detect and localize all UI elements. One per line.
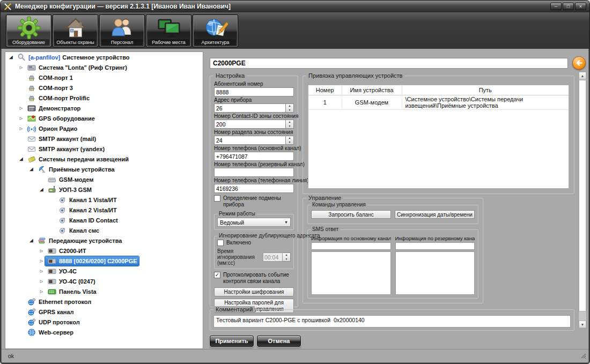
tree-item[interactable]: ◢Приёмные устройства bbox=[5, 164, 203, 174]
tree-item-content[interactable]: УОП-3 GSM bbox=[45, 185, 93, 195]
tree-item[interactable]: GPRS канал bbox=[5, 307, 203, 317]
toolbar-button[interactable]: Архитектура bbox=[193, 14, 238, 47]
field-input[interactable] bbox=[214, 136, 286, 145]
expander-expanded-icon[interactable]: ◢ bbox=[18, 157, 25, 161]
tree-item[interactable]: Канал ID Contact bbox=[5, 215, 203, 225]
scrollbar-thumb[interactable] bbox=[579, 80, 586, 311]
sms-channel-textarea[interactable] bbox=[311, 251, 391, 295]
tree-item[interactable]: SMTP аккаунт (yandex) bbox=[5, 144, 203, 154]
tree-item-content[interactable]: Ethernet протокол bbox=[25, 297, 93, 307]
tree-item[interactable]: Канал 2 Vista/ИТ bbox=[5, 205, 203, 215]
tree-item-content[interactable]: Демонстратор bbox=[25, 103, 82, 113]
tree-item[interactable]: Web-сервер bbox=[5, 327, 203, 337]
tree-item-content[interactable]: Системы передачи извещений bbox=[25, 154, 130, 164]
sms-channel-input[interactable] bbox=[395, 242, 475, 250]
tree-item[interactable]: ◢Системы передачи извещений bbox=[5, 154, 203, 164]
tree-item[interactable]: ▷Панель Vista bbox=[5, 286, 203, 296]
tree-item[interactable]: SMTP аккаунт (mail) bbox=[5, 133, 203, 144]
expander-expanded-icon[interactable]: ◢ bbox=[28, 238, 35, 243]
toolbar-button[interactable]: Объекты охраны bbox=[53, 14, 98, 47]
cancel-button[interactable]: Отмена bbox=[257, 335, 301, 347]
expander-collapsed-icon[interactable]: ▷ bbox=[38, 259, 45, 263]
tree-item[interactable]: ▷Орион Радио bbox=[5, 123, 203, 133]
expander-collapsed-icon[interactable]: ▷ bbox=[18, 116, 25, 121]
tree-item-content[interactable]: Передающие устройства bbox=[35, 236, 123, 246]
toolbar-button[interactable]: Рабочие места bbox=[146, 14, 191, 47]
field-input[interactable] bbox=[214, 103, 286, 113]
log-checkbox[interactable]: ✓ bbox=[214, 272, 220, 278]
tree-item-content[interactable]: [a-panfilov]Системное устройство bbox=[14, 53, 131, 62]
tree-item[interactable]: COM-порт Prolific bbox=[5, 93, 203, 103]
tree-item-content[interactable]: Панель Vista bbox=[45, 287, 98, 296]
tree-item-content[interactable]: УО-4С bbox=[45, 266, 78, 276]
close-button[interactable]: × bbox=[575, 3, 586, 10]
substitution-checkbox[interactable] bbox=[214, 195, 220, 202]
tree-item-content[interactable]: Канал ID Contact bbox=[55, 216, 120, 225]
tree-item-content[interactable]: UDP протокол bbox=[25, 317, 82, 327]
tree-item[interactable]: ▷8888 [0026/0200] C2000PGE bbox=[5, 256, 203, 266]
sms-channel-input[interactable] bbox=[311, 242, 391, 250]
tree-item[interactable]: Канал смс bbox=[5, 225, 203, 235]
tree-item[interactable]: ▷Демонстратор bbox=[5, 103, 203, 113]
tree-item[interactable]: ▷С2000-ИТ bbox=[5, 246, 203, 256]
tree-item-content[interactable]: 8888 [0026/0200] C2000PGE bbox=[45, 256, 139, 266]
expander-collapsed-icon[interactable]: ▷ bbox=[38, 269, 45, 273]
field-input[interactable] bbox=[214, 152, 294, 161]
tree-item-content[interactable]: COM-порт 1 bbox=[25, 73, 75, 83]
tree-item-content[interactable]: УО-4С (0247) bbox=[45, 277, 97, 286]
tree-item-content[interactable]: GPRS канал bbox=[25, 307, 76, 317]
substitution-checkbox-row[interactable]: Определение подмены прибора bbox=[214, 195, 294, 208]
resize-grip[interactable] bbox=[580, 352, 586, 360]
spinner-arrows-icon[interactable]: ▲▼ bbox=[286, 136, 294, 145]
ignore-time-input[interactable] bbox=[263, 252, 283, 262]
expander-expanded-icon[interactable]: ◢ bbox=[38, 187, 45, 192]
comment-textarea[interactable]: Тестовый вариант C2000-PGE с прошивкой 0… bbox=[213, 315, 571, 328]
ignore-enabled-row[interactable]: Включено bbox=[217, 240, 291, 246]
expander-collapsed-icon[interactable]: ▷ bbox=[38, 249, 45, 253]
expander-collapsed-icon[interactable]: ▷ bbox=[18, 127, 25, 131]
tree-item-content[interactable]: GSM-модем bbox=[45, 175, 95, 184]
field-input[interactable] bbox=[214, 87, 294, 96]
ignore-enabled-checkbox[interactable] bbox=[217, 240, 224, 246]
back-button[interactable] bbox=[572, 56, 586, 70]
tree-item[interactable]: ◢УОП-3 GSM bbox=[5, 184, 203, 195]
tree-item-content[interactable]: SMTP аккаунт (mail) bbox=[25, 134, 98, 144]
tree-item[interactable]: ◢Передающие устройства bbox=[5, 235, 203, 246]
tree-item[interactable]: UDP протокол bbox=[5, 317, 203, 327]
table-row[interactable]: 1GSM-модем\Системное устройство\Системы … bbox=[308, 95, 569, 109]
tree-item-content[interactable]: SMTP аккаунт (yandex) bbox=[25, 144, 106, 154]
command-button[interactable]: Синхронизация даты/времени bbox=[395, 210, 475, 219]
tree-item[interactable]: COM-порт 1 bbox=[5, 72, 203, 83]
tree-item-content[interactable]: Приёмные устройства bbox=[35, 165, 116, 174]
tree-item[interactable]: ▷GPS оборудование bbox=[5, 113, 203, 123]
tree-item-content[interactable]: Канал 2 Vista/ИТ bbox=[55, 205, 119, 215]
tree-item[interactable]: ▷Система "Lonta" (Риф Стринг) bbox=[5, 62, 203, 72]
scroll-down-icon[interactable]: ▼ bbox=[579, 321, 586, 328]
scroll-up-icon[interactable]: ▲ bbox=[579, 72, 586, 79]
tree-item-content[interactable]: Web-сервер bbox=[25, 328, 75, 337]
tree-item-content[interactable]: Канал 1 Vista/ИТ bbox=[55, 195, 119, 205]
restore-button[interactable]: □ bbox=[563, 3, 574, 10]
tree-item-content[interactable]: GPS оборудование bbox=[25, 114, 97, 123]
expander-collapsed-icon[interactable]: ▷ bbox=[18, 65, 25, 70]
expander-expanded-icon[interactable]: ◢ bbox=[28, 167, 35, 172]
field-input[interactable] bbox=[214, 168, 294, 177]
tree-item-content[interactable]: Орион Радио bbox=[25, 124, 79, 133]
encryption-settings-button[interactable]: Настройки шифрования bbox=[214, 287, 294, 296]
tree-item-content[interactable]: Канал смс bbox=[55, 226, 101, 235]
expander-collapsed-icon[interactable]: ▷ bbox=[18, 106, 25, 110]
tree-item[interactable]: ▷УО-4С (0247) bbox=[5, 276, 203, 286]
spinner-arrows-icon[interactable]: ▲▼ bbox=[286, 120, 294, 129]
spinner-arrows-icon[interactable]: ▲▼ bbox=[283, 252, 291, 262]
tree-item-content[interactable]: С2000-ИТ bbox=[45, 246, 88, 256]
toolbar-button[interactable]: Персонал bbox=[99, 14, 145, 47]
expander-collapsed-icon[interactable]: ▷ bbox=[38, 289, 45, 294]
tree-item-content[interactable]: COM-порт 3 bbox=[25, 83, 75, 93]
apply-button[interactable]: Применить bbox=[210, 335, 254, 347]
tree-item[interactable]: Канал 1 Vista/ИТ bbox=[5, 195, 203, 205]
tree-item[interactable]: ▷УО-4С bbox=[5, 266, 203, 276]
tree-item[interactable]: Ethernet протокол bbox=[5, 296, 203, 307]
tree-item-content[interactable]: COM-порт Prolific bbox=[25, 93, 91, 103]
log-checkbox-row[interactable]: ✓ Протоколировать событие контроля связи… bbox=[214, 272, 294, 285]
toolbar-button[interactable]: Оборудование bbox=[6, 14, 51, 47]
